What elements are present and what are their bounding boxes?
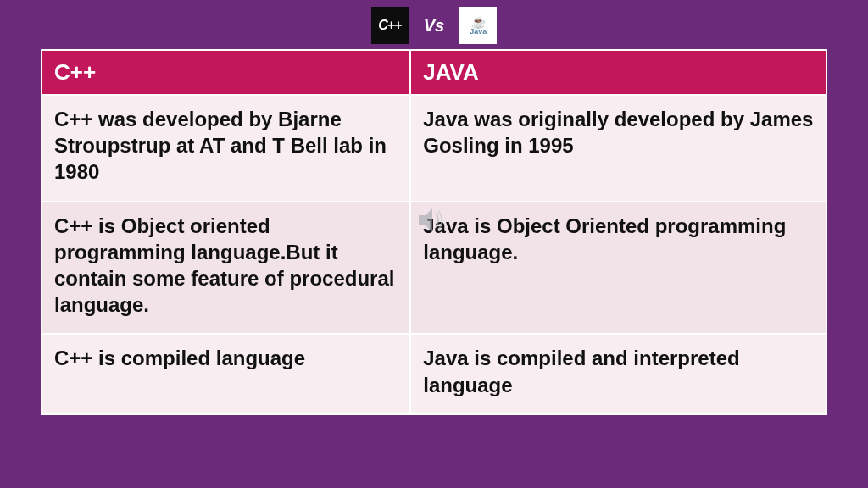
- cell-java-compile: Java is compiled and interpreted languag…: [410, 334, 826, 413]
- table-header-row: C++ JAVA: [42, 50, 826, 95]
- comparison-table-container: C++ JAVA C++ was developed by Bjarne Str…: [41, 49, 827, 415]
- cell-java-paradigm: Java is Object Oriented programming lang…: [410, 202, 826, 335]
- cell-cpp-paradigm: C++ is Object oriented programming langu…: [42, 202, 410, 335]
- cell-cpp-origin: C++ was developed by Bjarne Stroupstrup …: [42, 95, 410, 202]
- header: C++ Vs ☕ Java: [0, 0, 868, 49]
- header-cpp: C++: [42, 50, 410, 95]
- table-row: C++ was developed by Bjarne Stroupstrup …: [42, 95, 826, 202]
- table-row: C++ is compiled language Java is compile…: [42, 334, 826, 413]
- java-logo-text: Java: [470, 28, 487, 36]
- java-cup-icon: ☕: [471, 16, 486, 28]
- java-logo-icon: ☕ Java: [459, 7, 497, 44]
- cpp-logo-icon: C++: [371, 7, 409, 44]
- cell-java-origin: Java was originally developed by James G…: [410, 95, 826, 202]
- header-java: JAVA: [410, 50, 826, 95]
- comparison-table: C++ JAVA C++ was developed by Bjarne Str…: [41, 49, 827, 415]
- vs-label: Vs: [424, 16, 444, 36]
- cell-cpp-compile: C++ is compiled language: [42, 334, 410, 413]
- table-row: C++ is Object oriented programming langu…: [42, 202, 826, 335]
